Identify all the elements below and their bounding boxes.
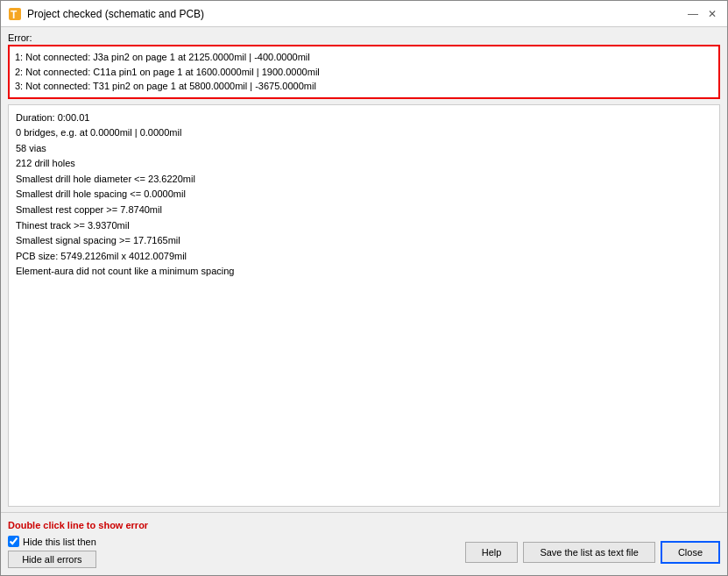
error-line-3[interactable]: 3: Not connected: T31 pin2 on page 1 at … bbox=[15, 79, 713, 94]
error-line-2[interactable]: 2: Not connected: C11a pin1 on page 1 at… bbox=[15, 65, 713, 80]
title-controls: — ✕ bbox=[685, 6, 720, 22]
window-title: Project checked (schematic and PCB) bbox=[27, 8, 204, 20]
info-area: Duration: 0:00.01 0 bridges, e.g. at 0.0… bbox=[8, 104, 720, 508]
help-button[interactable]: Help bbox=[465, 542, 519, 563]
title-bar-left: T Project checked (schematic and PCB) bbox=[8, 7, 204, 21]
errors-box: 1: Not connected: J3a pin2 on page 1 at … bbox=[8, 45, 720, 99]
info-line-0: Duration: 0:00.01 bbox=[16, 110, 712, 126]
footer-right: Help Save the list as text file Close bbox=[465, 541, 720, 564]
footer: Double click line to show error Hide thi… bbox=[1, 512, 727, 575]
footer-bottom: Hide this list then Hide all errors Help… bbox=[8, 536, 720, 568]
errors-label: Error: bbox=[8, 32, 720, 43]
hide-this-list-row: Hide this list then bbox=[8, 536, 96, 547]
hide-this-list-checkbox[interactable] bbox=[8, 536, 19, 547]
footer-left: Hide this list then Hide all errors bbox=[8, 536, 96, 568]
info-line-2: 58 vias bbox=[16, 141, 712, 157]
info-line-10: Element-aura did not count like a minimu… bbox=[16, 264, 712, 280]
info-line-8: Smallest signal spacing >= 17.7165mil bbox=[16, 233, 712, 249]
hide-this-list-label: Hide this list then bbox=[23, 537, 96, 547]
kicad-icon: T bbox=[8, 7, 22, 21]
save-list-button[interactable]: Save the list as text file bbox=[523, 542, 655, 563]
info-line-5: Smallest drill hole spacing <= 0.0000mil bbox=[16, 187, 712, 203]
info-line-6: Smallest rest copper >= 7.8740mil bbox=[16, 203, 712, 218]
main-window: T Project checked (schematic and PCB) — … bbox=[0, 0, 728, 576]
svg-text:T: T bbox=[11, 9, 18, 21]
title-bar: T Project checked (schematic and PCB) — … bbox=[1, 1, 727, 27]
hide-all-errors-button[interactable]: Hide all errors bbox=[8, 551, 96, 568]
info-line-7: Thinest track >= 3.9370mil bbox=[16, 218, 712, 234]
info-line-3: 212 drill holes bbox=[16, 156, 712, 172]
info-line-1: 0 bridges, e.g. at 0.0000mil | 0.0000mil bbox=[16, 125, 712, 141]
minimize-button[interactable]: — bbox=[685, 6, 701, 22]
info-line-4: Smallest drill hole diameter <= 23.6220m… bbox=[16, 172, 712, 188]
info-line-9: PCB size: 5749.2126mil x 4012.0079mil bbox=[16, 249, 712, 265]
content-area: Error: 1: Not connected: J3a pin2 on pag… bbox=[1, 27, 727, 512]
close-button[interactable]: Close bbox=[661, 541, 720, 564]
close-title-button[interactable]: ✕ bbox=[704, 6, 720, 22]
footer-hint: Double click line to show error bbox=[8, 520, 720, 530]
error-line-1[interactable]: 1: Not connected: J3a pin2 on page 1 at … bbox=[15, 50, 713, 65]
